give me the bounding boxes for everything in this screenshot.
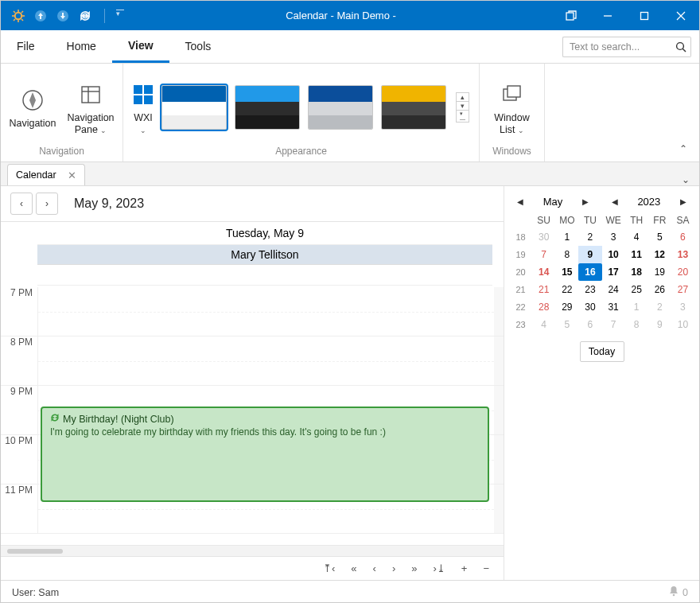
qat-customize-icon[interactable]: ▾ [116, 10, 129, 22]
mini-day[interactable]: 23 [578, 281, 601, 298]
all-day-area[interactable] [37, 265, 492, 286]
appointment-my-birthday[interactable]: My Birthday! (Night Club) I'm going to c… [41, 407, 489, 502]
theme-swatch-0[interactable] [161, 85, 227, 130]
window-list-button[interactable]: WindowList ⌄ [494, 79, 529, 136]
nav-add[interactable]: + [461, 562, 468, 574]
mini-day[interactable]: 4 [625, 228, 648, 246]
theme-swatch-1[interactable] [235, 85, 300, 130]
mini-day[interactable]: 21 [532, 281, 555, 298]
mini-day[interactable]: 15 [555, 263, 578, 281]
document-tab-bar: Calendar ✕ ⌄ [1, 162, 699, 186]
mini-month-label[interactable]: May [543, 196, 563, 208]
close-button[interactable] [663, 1, 699, 30]
maximize-button[interactable] [626, 1, 663, 30]
bell-icon[interactable] [668, 585, 679, 599]
navigation-button[interactable]: Navigation [9, 84, 56, 130]
mini-day[interactable]: 18 [625, 263, 648, 281]
mini-day[interactable]: 9 [578, 246, 601, 263]
tab-calendar[interactable]: Calendar ✕ [7, 164, 85, 185]
wxi-theme-button[interactable]: WXI⌄ [133, 79, 154, 136]
mini-day[interactable]: 11 [625, 246, 648, 263]
nav-next-page[interactable]: » [411, 562, 417, 574]
mini-next-year[interactable]: ▶ [677, 197, 690, 206]
mini-day[interactable]: 9 [648, 316, 671, 333]
theme-swatch-3[interactable] [381, 85, 446, 130]
upload-icon[interactable] [34, 10, 47, 22]
mini-day[interactable]: 20 [671, 263, 694, 281]
mini-day[interactable]: 29 [555, 298, 578, 316]
mini-day[interactable]: 4 [532, 316, 555, 333]
mini-day[interactable]: 5 [648, 228, 671, 246]
nav-next[interactable]: › [392, 562, 395, 574]
search-input[interactable]: Text to search... [562, 37, 671, 57]
mini-day[interactable]: 7 [602, 316, 625, 333]
nav-prev[interactable]: ‹ [373, 562, 376, 574]
mini-day[interactable]: 5 [555, 316, 578, 333]
mini-day[interactable]: 30 [578, 298, 601, 316]
prev-day-button[interactable]: ‹ [10, 193, 33, 215]
mini-day[interactable]: 10 [671, 316, 694, 333]
mini-next-month[interactable]: ▶ [579, 197, 592, 206]
tab-close-icon[interactable]: ✕ [68, 169, 76, 181]
mini-day[interactable]: 27 [671, 281, 694, 298]
search-button[interactable] [671, 37, 691, 57]
download-icon[interactable] [56, 10, 69, 22]
mini-day[interactable]: 31 [602, 298, 625, 316]
mini-day[interactable]: 26 [648, 281, 671, 298]
svg-rect-13 [641, 12, 648, 19]
mini-day[interactable]: 13 [671, 246, 694, 263]
svg-point-16 [676, 42, 683, 49]
mini-day[interactable]: 19 [648, 263, 671, 281]
mini-day[interactable]: 3 [602, 228, 625, 246]
mini-year-label[interactable]: 2023 [637, 196, 660, 208]
horizontal-scrollbar[interactable] [1, 545, 504, 556]
nav-first[interactable]: ⤒‹ [323, 562, 335, 574]
nav-prev-page[interactable]: « [351, 562, 356, 574]
mini-day[interactable]: 7 [532, 246, 555, 263]
menu-tab-file[interactable]: File [1, 29, 51, 63]
refresh-icon[interactable] [79, 10, 91, 22]
mini-day[interactable]: 12 [648, 246, 671, 263]
minimize-button[interactable] [589, 1, 626, 30]
mini-day[interactable]: 2 [578, 228, 601, 246]
mini-day[interactable]: 3 [671, 298, 694, 316]
date-header: May 9, 2023 [74, 196, 144, 211]
theme-swatch-2[interactable] [308, 85, 373, 130]
mini-day[interactable]: 1 [625, 298, 648, 316]
day-view[interactable]: Tuesday, May 9 Mary Tellitson 7 PM8 PM9 … [1, 221, 504, 545]
mini-prev-month[interactable]: ◀ [514, 197, 527, 206]
mini-day[interactable]: 24 [602, 281, 625, 298]
mini-day[interactable]: 2 [648, 298, 671, 316]
gear-icon[interactable] [12, 10, 25, 22]
mini-day[interactable]: 14 [532, 263, 555, 281]
theme-gallery-expand[interactable]: ▾— [456, 110, 469, 123]
mini-day[interactable]: 8 [625, 316, 648, 333]
menu-tab-tools[interactable]: Tools [169, 29, 228, 63]
next-day-button[interactable]: › [36, 193, 58, 215]
menu-tab-home[interactable]: Home [51, 29, 112, 63]
nav-last[interactable]: ›⤓ [433, 562, 445, 574]
mini-day[interactable]: 30 [532, 228, 555, 246]
mini-day[interactable]: 28 [532, 298, 555, 316]
ribbon-collapse-button[interactable]: ⌃ [675, 141, 691, 157]
mini-day[interactable]: 10 [602, 246, 625, 263]
mini-day[interactable]: 25 [625, 281, 648, 298]
nav-remove[interactable]: − [483, 562, 489, 574]
mini-day[interactable]: 8 [555, 246, 578, 263]
time-slot[interactable] [37, 337, 504, 385]
mini-day[interactable]: 6 [578, 316, 601, 333]
mini-day[interactable]: 16 [578, 263, 601, 281]
mini-prev-year[interactable]: ◀ [609, 197, 621, 206]
today-button[interactable]: Today [580, 341, 624, 362]
svg-rect-27 [508, 86, 520, 97]
time-slot[interactable] [37, 287, 504, 336]
mini-day[interactable]: 17 [602, 263, 625, 281]
mini-day[interactable]: 1 [555, 228, 578, 246]
navigation-pane-button[interactable]: NavigationPane ⌄ [68, 79, 115, 136]
mini-day[interactable]: 22 [555, 281, 578, 298]
doc-tabs-menu[interactable]: ⌄ [682, 174, 693, 185]
restore-down-helper-icon[interactable] [553, 1, 589, 30]
svg-line-17 [682, 49, 686, 52]
menu-tab-view[interactable]: View [112, 29, 169, 63]
mini-day[interactable]: 6 [671, 228, 694, 246]
